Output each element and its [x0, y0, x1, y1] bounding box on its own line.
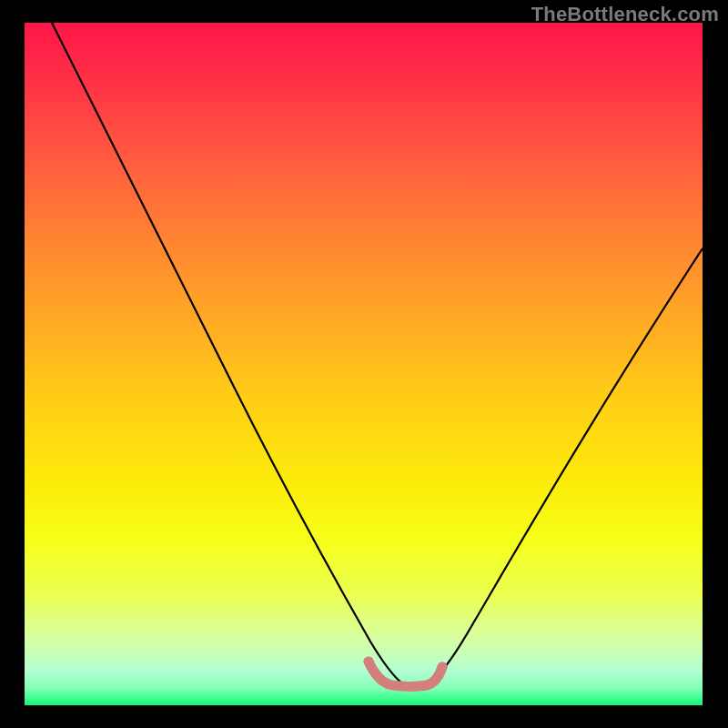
pink-dot-left: [364, 657, 374, 667]
chart-frame: [25, 23, 703, 705]
black-curve: [52, 23, 703, 683]
pink-valley: [369, 662, 442, 686]
chart-svg: [25, 23, 703, 705]
pink-dot-right: [438, 662, 448, 672]
